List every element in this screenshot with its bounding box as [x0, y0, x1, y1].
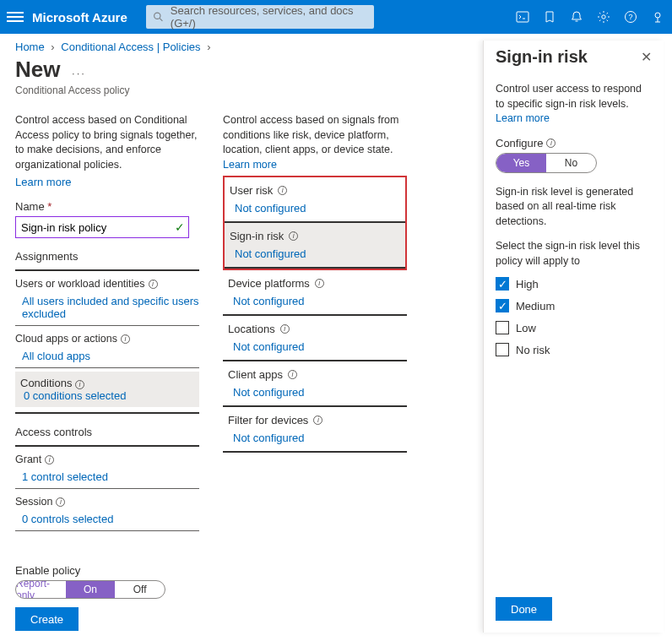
enable-policy-label: Enable policy: [15, 564, 165, 577]
apps-row[interactable]: Cloud apps or actionsi All cloud apps: [15, 326, 199, 362]
settings-icon[interactable]: [596, 9, 611, 24]
select-text: Select the sign-in risk level this polic…: [496, 239, 652, 269]
breadcrumb-home[interactable]: Home: [15, 41, 45, 53]
done-button[interactable]: Done: [496, 597, 552, 621]
info-icon[interactable]: i: [149, 280, 158, 289]
search-icon: [153, 11, 164, 23]
users-row[interactable]: Users or workload identitiesi All users …: [15, 271, 199, 320]
apps-label: Cloud apps or actions: [15, 333, 117, 345]
help-icon[interactable]: ?: [623, 9, 638, 24]
grant-row[interactable]: Granti 1 control selected: [15, 447, 199, 483]
session-label: Session: [15, 496, 52, 508]
info-icon[interactable]: i: [75, 380, 84, 389]
panel-desc: Control user access to respond to specif…: [496, 83, 642, 110]
breadcrumb-policies[interactable]: Conditional Access | Policies: [61, 41, 200, 53]
device-platforms-row[interactable]: Device platformsi Not configured: [223, 270, 407, 316]
checkbox-norisk[interactable]: No risk: [496, 343, 652, 356]
toggle-on[interactable]: On: [66, 581, 116, 598]
hamburger-icon[interactable]: [7, 12, 24, 22]
configure-yes[interactable]: Yes: [496, 154, 546, 172]
feedback-icon[interactable]: [650, 9, 665, 24]
directory-icon[interactable]: [542, 9, 557, 24]
locations-row[interactable]: Locationsi Not configured: [223, 316, 407, 361]
info-icon[interactable]: i: [45, 455, 54, 464]
notifications-icon[interactable]: [569, 9, 584, 24]
info-icon[interactable]: i: [280, 324, 290, 334]
panel-title: Sign-in risk: [496, 47, 588, 67]
info-icon[interactable]: i: [121, 334, 130, 344]
users-value[interactable]: All users included and specific users ex…: [22, 295, 199, 320]
conditions-row[interactable]: Conditions i 0 conditions selected: [15, 372, 199, 407]
locations-value: Not configured: [233, 340, 402, 353]
create-button[interactable]: Create: [15, 607, 79, 631]
info-icon[interactable]: i: [288, 370, 297, 379]
checkbox-low[interactable]: Low: [496, 321, 652, 334]
conditions-label: Conditions: [20, 377, 72, 389]
more-icon[interactable]: ···: [72, 67, 86, 79]
client-apps-value: Not configured: [233, 386, 402, 399]
configure-no[interactable]: No: [546, 154, 596, 172]
brand-label: Microsoft Azure: [32, 10, 127, 24]
users-label: Users or workload identities: [15, 278, 145, 290]
signin-risk-value: Not configured: [235, 247, 400, 260]
device-platforms-label: Device platforms: [228, 277, 310, 290]
configure-label: Configure: [496, 137, 543, 149]
left-column: Control access based on Conditional Acce…: [15, 113, 199, 531]
svg-point-0: [154, 13, 160, 19]
filter-devices-row[interactable]: Filter for devicesi Not configured: [223, 407, 407, 453]
grant-value[interactable]: 1 control selected: [22, 470, 199, 483]
info-icon[interactable]: i: [315, 279, 324, 288]
user-risk-label: User risk: [230, 184, 273, 197]
apps-value[interactable]: All cloud apps: [22, 350, 199, 362]
client-apps-row[interactable]: Client appsi Not configured: [223, 361, 407, 407]
svg-line-1: [160, 19, 162, 21]
configure-toggle[interactable]: Yes No: [496, 153, 597, 173]
locations-label: Locations: [228, 323, 275, 335]
search-placeholder: Search resources, services, and docs (G+…: [171, 4, 367, 30]
svg-rect-2: [517, 12, 528, 22]
toggle-off[interactable]: Off: [115, 581, 165, 598]
topbar: Microsoft Azure Search resources, servic…: [0, 0, 672, 34]
filter-devices-value: Not configured: [233, 432, 402, 444]
grant-label: Grant: [15, 454, 41, 465]
toggle-report-only[interactable]: Report-only: [16, 581, 66, 598]
session-row[interactable]: Sessioni 0 controls selected: [15, 489, 199, 525]
medium-label: Medium: [516, 300, 555, 312]
enable-policy-toggle[interactable]: Report-only On Off: [15, 580, 165, 599]
policy-name-input[interactable]: [15, 216, 189, 238]
checkbox-medium[interactable]: ✓Medium: [496, 299, 652, 312]
topbar-icons: ?: [515, 9, 665, 24]
breadcrumb-caret-icon: ›: [207, 41, 210, 53]
conditions-value[interactable]: 0 conditions selected: [24, 389, 194, 402]
user-risk-row[interactable]: User riski Not configured: [225, 177, 405, 223]
session-value[interactable]: 0 controls selected: [22, 513, 199, 525]
info-icon[interactable]: i: [546, 139, 555, 148]
mid-intro: Control access based on signals from con…: [223, 114, 398, 155]
signin-risk-label: Sign-in risk: [230, 230, 284, 242]
signin-risk-row[interactable]: Sign-in riski Not configured: [225, 223, 405, 269]
filter-devices-label: Filter for devices: [228, 414, 308, 426]
svg-point-5: [602, 15, 605, 19]
low-label: Low: [516, 322, 536, 334]
cloud-shell-icon[interactable]: [515, 9, 530, 24]
svg-text:?: ?: [628, 13, 632, 21]
search-input[interactable]: Search resources, services, and docs (G+…: [146, 5, 374, 29]
info-icon[interactable]: i: [313, 416, 322, 425]
check-icon: [496, 343, 509, 356]
checkbox-high[interactable]: ✓High: [496, 277, 652, 291]
detection-text: Sign-in risk level is generated based on…: [496, 185, 652, 230]
info-icon[interactable]: i: [278, 186, 287, 195]
left-learn-more-link[interactable]: Learn more: [15, 176, 71, 188]
check-icon: [496, 321, 509, 334]
info-icon[interactable]: i: [56, 497, 65, 507]
svg-point-8: [655, 13, 660, 18]
risk-highlight-box: User riski Not configured Sign-in riski …: [223, 176, 407, 270]
high-label: High: [516, 278, 539, 291]
close-icon[interactable]: ✕: [641, 49, 652, 65]
panel-learn-more-link[interactable]: Learn more: [496, 112, 550, 124]
name-label: Name: [15, 200, 199, 213]
valid-check-icon: ✓: [175, 220, 185, 234]
left-intro: Control access based on Conditional Acce…: [15, 113, 199, 172]
info-icon[interactable]: i: [289, 231, 298, 241]
mid-learn-more-link[interactable]: Learn more: [223, 159, 277, 171]
